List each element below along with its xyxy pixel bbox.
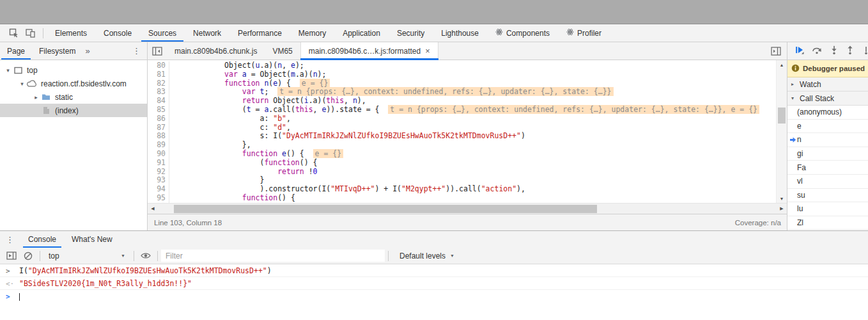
step-icon-partial[interactable] [862, 45, 868, 56]
stack-frame-current[interactable]: n [787, 133, 868, 147]
log-levels-dropdown[interactable]: Default levels ▼ [392, 252, 462, 260]
code-text: return Object(i.a)(this, n), [169, 97, 366, 106]
current-frame-arrow-icon [789, 136, 796, 145]
line-number[interactable]: 82 [148, 79, 169, 88]
code-text: }, [169, 141, 251, 150]
tree-item-domain[interactable]: ▾ reaction.ctf.bsidestlv.com [0, 77, 147, 90]
tab-page[interactable]: Page [0, 42, 32, 60]
line-number[interactable]: 87 [148, 124, 169, 132]
page-background-strip [0, 0, 868, 24]
source-code: 80 Object(u.a)(n, e); 81 var a = Object(… [148, 61, 776, 203]
eye-icon[interactable] [137, 248, 154, 264]
line-number[interactable]: 81 [148, 70, 169, 79]
chevron-down-icon: ▼ [450, 253, 454, 258]
console-sidebar-toggle-icon[interactable] [3, 248, 20, 264]
tab-components[interactable]: Components [487, 24, 558, 42]
tab-console[interactable]: Console [95, 24, 140, 42]
horizontal-scroll-thumb[interactable] [174, 205, 597, 213]
navigator-pane: Page Filesystem » ⋮ ▾ top ▾ reaction.ctf… [0, 42, 148, 230]
navigator-more-icon[interactable]: ⋮ [126, 46, 147, 56]
scroll-right-icon[interactable]: ▶ [777, 204, 787, 214]
stack-frame[interactable]: Zl [787, 216, 868, 230]
horizontal-scrollbar[interactable]: ◀ ▶ [148, 203, 787, 214]
line-number[interactable]: 91 [148, 159, 169, 168]
scroll-down-icon[interactable]: ▼ [777, 194, 787, 203]
tab-memory[interactable]: Memory [290, 24, 334, 42]
tab-profiler[interactable]: Profiler [558, 24, 610, 42]
console-prompt-chevron: > [6, 292, 19, 301]
stack-frame[interactable]: su [787, 189, 868, 203]
stack-frame[interactable]: (anonymous) [787, 106, 868, 120]
drawer-more-icon[interactable]: ⋮ [0, 235, 20, 244]
tab-filesystem[interactable]: Filesystem [32, 42, 82, 60]
execution-context-selector[interactable]: top ▼ [43, 252, 130, 260]
line-number[interactable]: 83 [148, 88, 169, 97]
info-icon [791, 64, 800, 74]
navigator-tab-bar: Page Filesystem » ⋮ [0, 42, 147, 60]
watch-section-header[interactable]: ▸ Watch [787, 77, 868, 92]
editor-status-bar: Line 103, Column 18 Coverage: n/a [148, 214, 787, 230]
line-number[interactable]: 90 [148, 150, 169, 159]
tab-network[interactable]: Network [185, 24, 229, 42]
scroll-up-icon[interactable]: ▲ [777, 60, 787, 69]
step-out-icon[interactable] [846, 45, 855, 56]
tab-lighthouse[interactable]: Lighthouse [433, 24, 487, 42]
tab-application[interactable]: Application [334, 24, 389, 42]
clear-console-icon[interactable] [20, 248, 36, 264]
line-number[interactable]: 89 [148, 141, 169, 150]
line-number[interactable]: 80 [148, 61, 169, 70]
hide-navigator-icon[interactable] [148, 42, 167, 60]
inspect-element-icon[interactable] [5, 26, 22, 41]
debugger-sidebar: Debugger paused ▸ Watch ▾ Call Stack (an… [787, 42, 868, 230]
tab-elements[interactable]: Elements [47, 24, 95, 42]
editor-tab-chunk-js[interactable]: main.c809b4b6.chunk.js [167, 42, 265, 60]
line-number[interactable]: 84 [148, 97, 169, 106]
frame-icon [12, 67, 24, 74]
step-into-icon[interactable] [830, 45, 839, 56]
tab-performance[interactable]: Performance [229, 24, 290, 42]
console-prompt[interactable]: > [0, 290, 868, 303]
tab-drawer-console[interactable]: Console [20, 231, 64, 248]
react-atom-icon [566, 28, 574, 38]
vertical-scroll-thumb[interactable] [778, 108, 786, 124]
code-line: 90 function e() { e = {} [148, 150, 776, 159]
code-text: (function() { [169, 159, 318, 168]
scroll-left-icon[interactable]: ◀ [148, 204, 158, 214]
resume-script-icon[interactable] [794, 45, 804, 56]
editor-tab-formatted[interactable]: main.c809b4b6.c…k.js:formatted × [300, 42, 438, 60]
tree-item-static[interactable]: ▸ static [0, 90, 147, 104]
line-number[interactable]: 93 [148, 176, 169, 185]
stack-frame[interactable]: Fa [787, 161, 868, 175]
console-filter-input[interactable] [161, 250, 385, 262]
file-tree: ▾ top ▾ reaction.ctf.bsidestlv.com ▸ sta… [0, 60, 147, 230]
tab-whats-new[interactable]: What's New [64, 231, 120, 248]
devtools-window: Elements Console Sources Network Perform… [0, 24, 868, 320]
tab-sources[interactable]: Sources [140, 24, 185, 42]
call-stack-section-header[interactable]: ▾ Call Stack [787, 92, 868, 106]
device-toolbar-icon[interactable] [22, 26, 38, 41]
collapse-arrow-icon[interactable]: ▸ [32, 94, 40, 100]
code-line: 80 Object(u.a)(n, e); [148, 61, 776, 70]
editor-tab-bar: main.c809b4b6.chunk.js VM65 main.c809b4b… [148, 42, 787, 60]
tree-item-top[interactable]: ▾ top [0, 63, 147, 77]
expand-arrow-icon[interactable]: ▾ [4, 67, 12, 74]
step-over-icon[interactable] [811, 45, 823, 56]
line-number[interactable]: 94 [148, 185, 169, 194]
line-number[interactable]: 88 [148, 132, 169, 141]
toggle-debugger-sidebar-icon[interactable] [765, 42, 787, 60]
tree-item-index[interactable]: (index) [0, 104, 147, 117]
line-number[interactable]: 85 [148, 106, 169, 115]
editor-tab-vm65[interactable]: VM65 [265, 42, 300, 60]
tab-security[interactable]: Security [389, 24, 433, 42]
stack-frame[interactable]: e [787, 120, 868, 134]
expand-arrow-icon[interactable]: ▾ [18, 81, 26, 87]
line-number[interactable]: 95 [148, 194, 169, 203]
tab-overflow-chevron[interactable]: » [82, 46, 92, 56]
close-tab-icon[interactable]: × [425, 46, 430, 56]
line-number[interactable]: 86 [148, 115, 169, 124]
stack-frame[interactable]: lu [787, 202, 868, 216]
line-number[interactable]: 92 [148, 168, 169, 177]
stack-frame[interactable]: gi [787, 147, 868, 161]
stack-frame[interactable]: vl [787, 175, 868, 189]
vertical-scrollbar[interactable]: ▲ ▼ [776, 60, 787, 203]
